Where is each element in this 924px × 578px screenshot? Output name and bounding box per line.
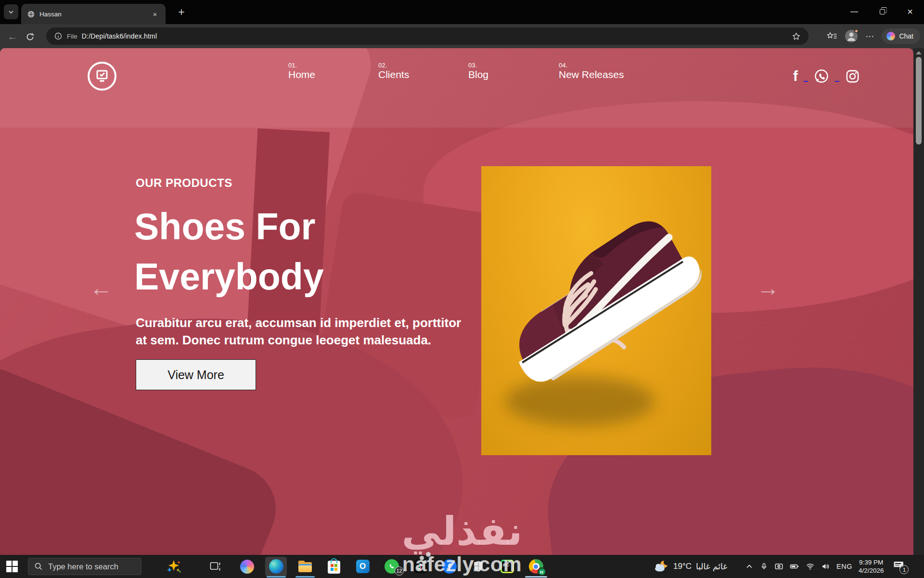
taskbar-weather-widget[interactable]: 19°C غائم غالبا (654, 555, 727, 578)
start-button[interactable] (6, 561, 18, 572)
sparkle-icon (166, 559, 182, 574)
nav-label: Home (288, 69, 315, 80)
copilot-icon (240, 560, 254, 574)
page-viewport: 01. Home 02. Clients 03. Blog 04. New Re… (0, 48, 924, 555)
refresh-icon (26, 32, 35, 41)
site-logo[interactable] (88, 62, 116, 91)
refresh-button[interactable] (23, 30, 37, 43)
taskbar-store-button[interactable] (326, 559, 341, 574)
microphone-icon[interactable] (760, 562, 768, 571)
taskbar-pycharm-button[interactable]: PC (500, 559, 514, 574)
taskbar-whatsapp-button[interactable]: 12 (384, 559, 399, 574)
address-bar[interactable]: File D:/Depi/task6/index.html (46, 27, 808, 45)
scrollbar-up-arrow[interactable] (916, 51, 922, 54)
taskbar-clock[interactable]: 9:39 PM 4/2/2026 (859, 558, 884, 575)
profile-status-dot (854, 29, 859, 33)
taskbar-security-button[interactable] (471, 559, 486, 574)
webpage: 01. Home 02. Clients 03. Blog 04. New Re… (0, 48, 913, 555)
search-input[interactable] (48, 562, 135, 571)
nav-item-blog[interactable]: 03. Blog (468, 62, 488, 80)
cloudy-night-weather-icon (654, 560, 669, 573)
facebook-icon[interactable]: f (793, 69, 798, 83)
hero-paragraph-line2: at sem. Donec rutrum congue leoeget male… (136, 331, 461, 349)
windows-security-shield-icon (473, 560, 484, 573)
whatsapp-unread-badge: 12 (395, 566, 404, 576)
view-more-button[interactable]: View More (136, 359, 256, 390)
input-language-indicator[interactable]: ENG (836, 563, 852, 570)
new-tab-button[interactable]: + (175, 6, 188, 18)
chevron-down-icon (8, 9, 14, 15)
task-view-button[interactable] (210, 561, 221, 572)
nav-label: Blog (468, 69, 488, 80)
taskbar-search-box[interactable] (28, 558, 141, 575)
tab-title: Hassan (39, 11, 146, 18)
close-button[interactable]: × (896, 0, 924, 23)
hero-title-line2: Everybody (134, 251, 324, 302)
volume-icon[interactable] (821, 562, 830, 571)
hidden-icons-chevron[interactable] (745, 562, 754, 571)
battery-icon[interactable] (790, 562, 799, 571)
chrome-profile-badge: H (538, 567, 546, 576)
taskbar-app-icons: O 12 ♪ f PC H (240, 555, 543, 578)
bing-sparkle-button[interactable] (166, 559, 182, 574)
weather-condition: غائم غالبا (696, 562, 727, 571)
scrollbar-thumb[interactable] (916, 57, 922, 144)
nav-label: New Releases (559, 69, 624, 80)
nav-item-clients[interactable]: 02. Clients (378, 62, 409, 80)
profile-avatar[interactable] (845, 30, 858, 42)
tab-close-button[interactable]: × (150, 9, 160, 19)
windows-taskbar: O 12 ♪ f PC H 19°C (0, 555, 924, 578)
taskbar-outlook-button[interactable]: O (355, 559, 370, 574)
globe-favicon-icon (27, 10, 35, 18)
taskbar-edge-button[interactable] (269, 559, 283, 574)
notification-center-button[interactable]: 1 (894, 562, 904, 571)
pycharm-icon: PC (500, 560, 514, 573)
task-view-icon (210, 561, 221, 572)
sneaker-illustration (481, 166, 711, 455)
chat-label: Chat (899, 32, 913, 40)
taskbar-copilot-button[interactable] (240, 559, 255, 574)
taskbar-tiktok-button[interactable]: ♪ (413, 559, 428, 574)
restore-icon (880, 9, 885, 14)
nav-item-home[interactable]: 01. Home (288, 62, 315, 80)
carousel-previous-arrow[interactable]: ← (90, 275, 113, 301)
social-links: f (793, 68, 860, 84)
whatsapp-icon[interactable] (814, 68, 829, 84)
favorites-bar-icon[interactable] (827, 31, 837, 41)
hero-title-line1: Shoes For (134, 201, 324, 251)
carousel-next-arrow[interactable]: → (757, 275, 780, 301)
wifi-icon[interactable] (806, 562, 815, 571)
taskbar-file-explorer-button[interactable] (297, 559, 312, 574)
copilot-chat-button[interactable]: Chat (882, 28, 920, 44)
instagram-icon[interactable] (845, 69, 860, 84)
search-icon (34, 562, 43, 571)
minimize-button[interactable]: — (840, 0, 868, 23)
back-button[interactable]: ← (6, 30, 19, 43)
browser-toolbar: ← File D:/Depi/task6/index.html ⋯ Chat (0, 24, 924, 48)
page-info-icon[interactable] (54, 32, 63, 40)
settings-more-button[interactable]: ⋯ (865, 31, 874, 41)
nav-number: 04. (559, 62, 624, 69)
chrome-icon: H (529, 559, 543, 574)
open-indicator (295, 576, 315, 578)
taskbar-facebook-button[interactable]: f (442, 559, 457, 574)
url-text: D:/Depi/task6/index.html (82, 32, 157, 40)
nav-number: 01. (288, 62, 315, 69)
browser-tab[interactable]: Hassan × (21, 4, 166, 24)
link-underscore (804, 81, 808, 82)
hero-paragraph: Curabitur arcu erat, accumsan id imperdi… (136, 314, 461, 349)
nav-number: 03. (468, 62, 488, 69)
nav-label: Clients (378, 69, 409, 80)
copilot-icon (886, 32, 895, 40)
notification-count-badge: 1 (899, 565, 909, 574)
taskbar-chrome-button[interactable]: H (528, 559, 543, 574)
restore-button[interactable] (868, 0, 896, 23)
favorite-star-icon[interactable] (792, 32, 801, 41)
tab-search-chevron-button[interactable] (4, 4, 18, 19)
system-tray: ENG 9:39 PM 4/2/2026 1 (745, 555, 904, 578)
page-scrollbar[interactable] (913, 48, 924, 555)
studio-camera-icon[interactable] (774, 562, 783, 571)
active-indicator (267, 576, 286, 578)
nav-item-new-releases[interactable]: 04. New Releases (559, 62, 624, 80)
url-scheme-label: File (67, 33, 77, 40)
